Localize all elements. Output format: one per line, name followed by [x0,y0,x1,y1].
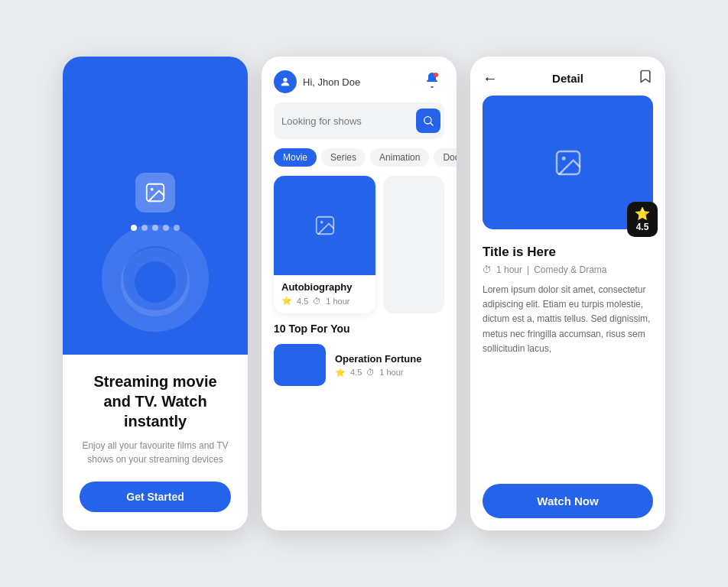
list-item-info: Operation Fortune ⭐ 4.5 ⏱ 1 hour [335,353,421,378]
show-title: Title is Here [483,245,653,260]
list-star-icon: ⭐ [335,368,346,378]
bookmark-icon[interactable] [638,69,653,88]
show-meta: ⏱ 1 hour | Comedy & Drama [483,264,653,275]
search-button[interactable] [416,109,440,133]
svg-point-3 [434,73,438,77]
detail-screen: ← Detail ⭐ 4.5 Title is Here ⏱ [470,57,665,530]
section-title: 10 Top For You [274,323,444,335]
tab-animation[interactable]: Animation [370,148,429,167]
show-description: Lorem ipsum dolor sit amet, consectetur … [483,283,653,356]
list-item-title: Operation Fortune [335,353,421,365]
notification-bell-icon[interactable] [423,71,444,92]
browse-screen: Hi, Jhon Doe [262,57,457,530]
search-bar[interactable] [274,102,444,139]
tab-series[interactable]: Series [321,148,366,167]
hero-image-placeholder [135,173,175,212]
search-input[interactable] [281,115,410,127]
featured-duration: 1 hour [326,297,349,306]
onboarding-subtitle: Enjoy all your favourite films and TV sh… [80,439,231,466]
featured-row: Autobiography ⭐ 4.5 ⏱ 1 hour [274,176,444,313]
featured-card-autobiography[interactable]: Autobiography ⭐ 4.5 ⏱ 1 hour [274,176,375,313]
dot-3 [152,225,158,231]
featured-card-title: Autobiography [281,281,368,293]
tab-docum[interactable]: Docum [434,148,457,167]
detail-page-title: Detail [552,72,583,85]
detail-clock-icon: ⏱ [483,264,492,275]
rating-star-icon: ⭐ [635,206,650,221]
svg-point-6 [320,221,323,224]
detail-content: Title is Here ⏱ 1 hour | Comedy & Drama … [470,229,665,530]
onboarding-title: Streaming movie and TV. Watch instantly [80,371,231,431]
meta-separator: | [527,264,529,275]
detail-hero-image: ⭐ 4.5 [483,96,653,229]
card-image [274,176,375,275]
svg-point-1 [151,188,154,191]
list-duration: 1 hour [379,368,403,377]
star-icon: ⭐ [281,296,292,306]
list-clock-icon: ⏱ [366,368,375,377]
dot-5 [174,225,180,231]
dot-4 [163,225,169,231]
browse-header: Hi, Jhon Doe [274,70,444,93]
user-info: Hi, Jhon Doe [274,70,360,93]
category-tabs: Movie Series Animation Docum [274,148,444,167]
dot-2 [141,225,148,231]
detail-header: ← Detail [470,57,665,96]
back-arrow-icon[interactable]: ← [483,70,498,87]
avatar [274,70,297,93]
rating-badge: ⭐ 4.5 [627,202,658,237]
pagination-dots [131,212,180,238]
watch-now-button[interactable]: Watch Now [483,484,653,518]
list-item-thumb [274,344,326,386]
dot-1 [131,225,137,231]
list-item[interactable]: Operation Fortune ⭐ 4.5 ⏱ 1 hour [274,344,444,386]
show-duration: 1 hour [496,264,522,275]
onboarding-screen: Streaming movie and TV. Watch instantly … [63,57,248,530]
featured-card-partial [383,176,444,313]
featured-card-meta: ⭐ 4.5 ⏱ 1 hour [281,296,368,306]
show-genre: Comedy & Drama [534,264,606,275]
svg-point-8 [561,156,565,160]
get-started-button[interactable]: Get Started [80,482,231,512]
list-rating: 4.5 [350,368,362,377]
clock-icon: ⏱ [313,297,321,306]
list-item-meta: ⭐ 4.5 ⏱ 1 hour [335,368,421,378]
tab-movie[interactable]: Movie [274,148,317,167]
greeting-text: Hi, Jhon Doe [303,76,360,88]
svg-point-2 [283,78,287,82]
featured-rating: 4.5 [297,297,308,306]
rating-value: 4.5 [636,222,649,232]
